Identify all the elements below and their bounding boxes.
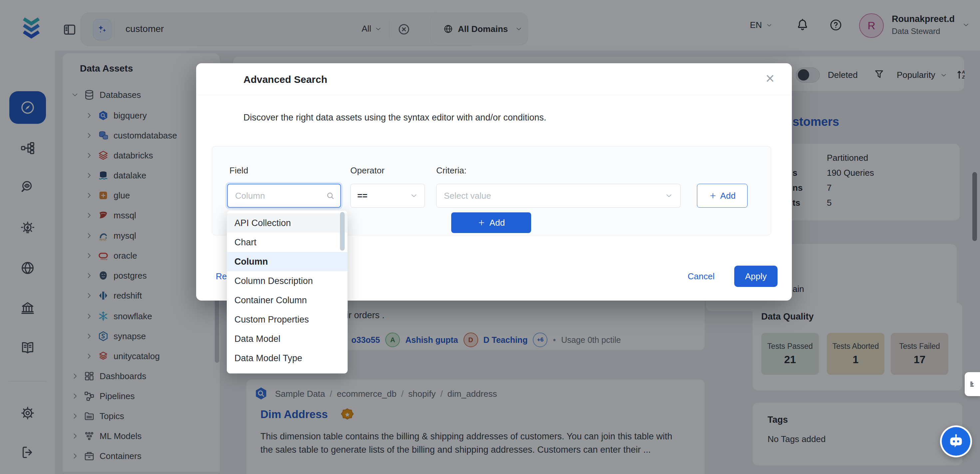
field-label: Field: [229, 165, 248, 176]
apply-button[interactable]: Apply: [734, 266, 778, 287]
close-icon[interactable]: ×: [765, 71, 775, 86]
field-search-input[interactable]: [227, 184, 341, 208]
dropdown-option[interactable]: Custom Properties: [227, 310, 347, 329]
robot-chat-icon: [947, 432, 965, 451]
plus-icon: [709, 192, 717, 200]
operator-select[interactable]: ==: [350, 184, 425, 208]
modal-header-divider: [196, 95, 792, 95]
dropdown-option[interactable]: Data Model: [227, 329, 347, 348]
criteria-select[interactable]: Select value: [436, 184, 681, 208]
search-icon: [326, 191, 335, 200]
chevron-down-icon: [665, 192, 673, 200]
plus-icon: [477, 219, 485, 227]
chevron-down-icon: [410, 192, 418, 200]
dropdown-option-selected[interactable]: Column: [227, 252, 347, 271]
dropdown-option[interactable]: API Collection: [227, 213, 347, 233]
app-root: customer All All Domains EN R: [0, 0, 980, 474]
dropdown-scrollbar[interactable]: [340, 212, 345, 251]
field-dropdown-list: API Collection Chart Column Column Descr…: [227, 210, 348, 374]
dropdown-option[interactable]: Container Column: [227, 291, 347, 310]
side-feedback-tab[interactable]: [965, 372, 980, 396]
dropdown-option[interactable]: Column Description: [227, 271, 347, 291]
field-input-text[interactable]: [234, 190, 326, 201]
side-tab-icon: [968, 380, 976, 388]
modal-description: Discover the right data assets using the…: [243, 113, 546, 123]
cancel-button[interactable]: Cancel: [687, 271, 714, 282]
add-group-button[interactable]: Add: [451, 212, 531, 233]
dropdown-option[interactable]: Chart: [227, 233, 347, 252]
modal-title: Advanced Search: [243, 74, 327, 85]
advanced-search-modal: Advanced Search × Discover the right dat…: [196, 63, 792, 301]
criteria-label: Criteria:: [436, 165, 466, 176]
dropdown-option[interactable]: Data Model Type: [227, 348, 347, 368]
chat-assistant-button[interactable]: [940, 425, 972, 457]
operator-label: Operator: [350, 165, 385, 176]
add-condition-button[interactable]: Add: [697, 184, 748, 208]
